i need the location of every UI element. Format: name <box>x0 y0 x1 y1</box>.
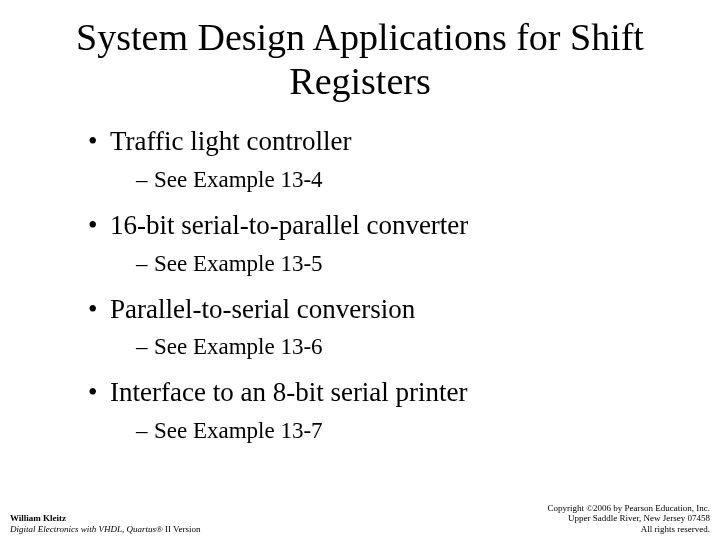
slide: System Design Applications for Shift Reg… <box>0 0 720 540</box>
footer-book: Digital Electronics with VHDL, Quartus® … <box>10 524 201 534</box>
sub-bullet-list: See Example 13-5 <box>110 249 660 279</box>
footer-address: Upper Saddle River, New Jersey 07458 <box>547 513 710 523</box>
sub-bullet-list: See Example 13-4 <box>110 165 660 195</box>
sub-bullet-item: See Example 13-7 <box>136 416 660 446</box>
footer-copyright: Copyright ©2006 by Pearson Education, In… <box>547 503 710 513</box>
bullet-text: 16-bit serial-to-parallel converter <box>110 210 468 240</box>
slide-body: Traffic light controller See Example 13-… <box>60 125 660 446</box>
footer-author: William Kleitz <box>10 513 201 523</box>
sub-bullet-text: See Example 13-7 <box>154 418 323 443</box>
footer-right: Copyright ©2006 by Pearson Education, In… <box>547 503 710 534</box>
bullet-item: Traffic light controller See Example 13-… <box>88 125 660 195</box>
sub-bullet-item: See Example 13-4 <box>136 165 660 195</box>
bullet-text: Traffic light controller <box>110 126 351 156</box>
sub-bullet-text: See Example 13-6 <box>154 334 323 359</box>
bullet-item: Parallel-to-serial conversion See Exampl… <box>88 293 660 363</box>
bullet-list: Traffic light controller See Example 13-… <box>88 125 660 446</box>
footer-book-title: Digital Electronics with VHDL, Quartus <box>10 524 156 534</box>
bullet-text: Parallel-to-serial conversion <box>110 294 415 324</box>
sub-bullet-item: See Example 13-5 <box>136 249 660 279</box>
bullet-text: Interface to an 8-bit serial printer <box>110 377 468 407</box>
bullet-item: 16-bit serial-to-parallel converter See … <box>88 209 660 279</box>
slide-title: System Design Applications for Shift Reg… <box>60 16 660 103</box>
footer-rights: All rights reserved. <box>547 524 710 534</box>
footer-book-edition: ® II Version <box>156 524 201 534</box>
sub-bullet-item: See Example 13-6 <box>136 332 660 362</box>
sub-bullet-list: See Example 13-6 <box>110 332 660 362</box>
sub-bullet-text: See Example 13-5 <box>154 251 323 276</box>
sub-bullet-text: See Example 13-4 <box>154 167 323 192</box>
footer-left: William Kleitz Digital Electronics with … <box>10 513 201 534</box>
sub-bullet-list: See Example 13-7 <box>110 416 660 446</box>
bullet-item: Interface to an 8-bit serial printer See… <box>88 376 660 446</box>
slide-footer: William Kleitz Digital Electronics with … <box>10 503 710 534</box>
